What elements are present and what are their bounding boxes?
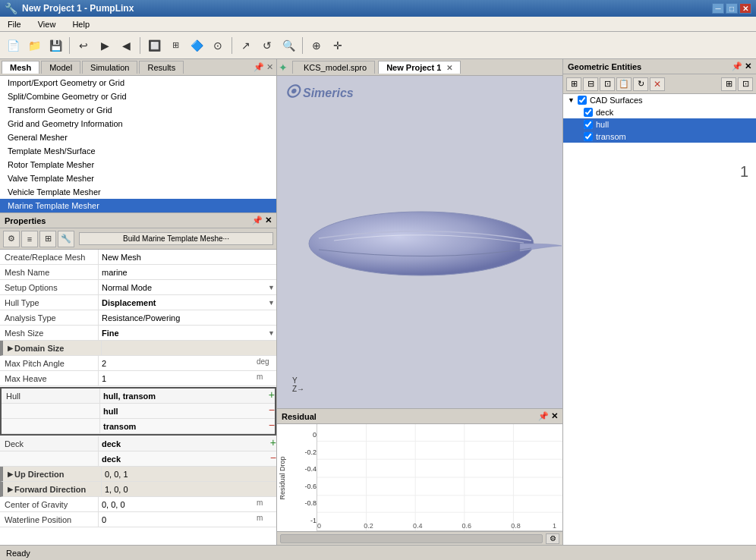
mesh-item-import[interactable]: Import/Export Geometry or Grid — [0, 76, 276, 90]
toolbar: 📄 📁 💾 ↩ ▶ ◀ 🔲 ⊞ 🔷 ⊙ ↗ ↺ 🔍 ⊕ ✛ — [0, 32, 756, 59]
panel-close-icon[interactable]: ✕ — [266, 62, 273, 71]
prop-deck-sub1-val[interactable]: deck — [99, 451, 269, 466]
mesh-item-vehicle[interactable]: Vehicle Template Mesher — [0, 185, 276, 199]
geo-tb-btn4[interactable]: 📋 — [616, 77, 632, 91]
expand-fwd-icon[interactable]: ▶ — [8, 486, 13, 493]
prop-name-setup: Setup Options — [0, 280, 99, 294]
geo-tb-btn1[interactable]: ⊞ — [566, 77, 581, 91]
prop-val-analysis[interactable]: Resistance/Powering — [99, 310, 276, 325]
tab-results[interactable]: Results — [139, 61, 184, 74]
tb-3d[interactable]: 🔷 — [187, 36, 206, 55]
mesh-item-general[interactable]: General Mesher — [0, 131, 276, 144]
prop-val-meshsize[interactable]: Fine ▼ — [99, 326, 276, 340]
prop-val-hulltype[interactable]: Displacement ▼ — [99, 295, 276, 310]
tb-crosshair[interactable]: ✛ — [328, 36, 348, 55]
tb-save[interactable]: 💾 — [46, 36, 65, 55]
prop-val-deck[interactable]: deck — [99, 436, 269, 451]
geo-extra-btn2[interactable]: ⊡ — [738, 77, 753, 91]
prop-val-cog[interactable]: 0, 0, 0 — [99, 497, 254, 511]
prop-val-heave[interactable]: 1 — [99, 371, 254, 385]
tab-simulation[interactable]: Simulation — [82, 61, 137, 74]
geo-tb-btn3[interactable]: ⊡ — [600, 77, 615, 91]
transom-checkbox[interactable] — [584, 132, 593, 141]
geo-delete-btn[interactable]: ✕ — [650, 77, 665, 91]
prop-val-hull[interactable]: hull, transom — [100, 389, 267, 403]
tb-open[interactable]: 📁 — [24, 36, 44, 55]
props-tool-btn[interactable]: 🔧 — [58, 231, 74, 247]
tb-circle[interactable]: ⊙ — [208, 36, 228, 55]
doc-tab-close-icon[interactable]: ✕ — [446, 64, 452, 72]
center-area: ✦ KCS_model.spro New Project 1 ✕ ⦿Simeri… — [277, 59, 562, 545]
props-list-btn[interactable]: ≡ — [21, 231, 38, 247]
props-close-icon[interactable]: ✕ — [265, 216, 272, 225]
tb-rotate[interactable]: ↺ — [257, 36, 277, 55]
geo-tree-cad-surfaces[interactable]: ▼ CAD Surfaces — [563, 94, 756, 106]
close-button[interactable]: ✕ — [739, 3, 751, 14]
cad-surfaces-checkbox[interactable] — [578, 96, 587, 105]
hull-del-btn2[interactable]: − — [269, 419, 275, 433]
tb-grid[interactable]: ⊞ — [165, 36, 185, 55]
doc-tab-kcs[interactable]: KCS_model.spro — [292, 61, 375, 74]
prop-val-pitch[interactable]: 2 — [99, 356, 254, 370]
props-pin-icon[interactable]: 📌 — [252, 216, 263, 225]
props-settings-btn[interactable]: ⚙ — [3, 231, 20, 247]
mesh-item-split[interactable]: Split/Combine Geometry or Grid — [0, 90, 276, 103]
tb-arrow[interactable]: ↗ — [236, 36, 256, 55]
mesh-item-rotor[interactable]: Rotor Template Mesher — [0, 158, 276, 171]
mesh-item-marine[interactable]: Marine Template Mesher — [0, 199, 276, 212]
viewport[interactable]: ⦿Simerics 1CAE.COM — [277, 76, 562, 408]
tb-back[interactable]: ◀ — [116, 36, 136, 55]
prop-val-create[interactable]: New Mesh — [99, 250, 276, 264]
geo-extra-btn1[interactable]: ⊞ — [721, 77, 736, 91]
tb-play[interactable]: ▶ — [95, 36, 115, 55]
tb-plus-circle[interactable]: ⊕ — [307, 36, 326, 55]
prop-hull-sub1-val[interactable]: hull — [100, 404, 267, 418]
geo-tree-hull[interactable]: ▶ hull — [563, 118, 756, 131]
residual-settings-icon[interactable]: ⚙ — [546, 533, 559, 544]
mesh-item-template[interactable]: Template Mesh/Surface — [0, 144, 276, 158]
menu-file[interactable]: File — [3, 18, 26, 30]
geo-close-icon[interactable]: ✕ — [745, 61, 751, 71]
residual-scrollbar[interactable] — [280, 534, 543, 543]
deck-block: Deck deck + deck − — [0, 436, 276, 467]
tab-model[interactable]: Model — [41, 61, 80, 74]
deck-del-btn1[interactable]: − — [270, 451, 276, 466]
hull-checkbox[interactable] — [584, 120, 593, 129]
tb-zoom[interactable]: 🔍 — [279, 36, 298, 55]
tab-mesh[interactable]: Mesh — [2, 61, 39, 74]
geo-tree-deck[interactable]: ▶ deck — [563, 106, 756, 118]
window-controls: ─ □ ✕ — [712, 3, 751, 14]
mesh-item-valve[interactable]: Valve Template Mesher — [0, 171, 276, 185]
tb-new[interactable]: 📄 — [3, 36, 23, 55]
tb-box[interactable]: 🔲 — [144, 36, 164, 55]
expand-icon[interactable]: ▶ — [8, 344, 13, 352]
geo-pin-icon[interactable]: 📌 — [732, 61, 742, 71]
menu-help[interactable]: Help — [68, 18, 94, 30]
deck-checkbox[interactable] — [584, 108, 593, 117]
deck-add-btn[interactable]: + — [270, 436, 276, 451]
mesh-item-transform[interactable]: Transform Geometry or Grid — [0, 103, 276, 117]
mesh-item-info[interactable]: Grid and Geometry Information — [0, 117, 276, 131]
pin-icon[interactable]: 📌 — [254, 62, 264, 71]
prop-val-forward[interactable]: 1, 0, 0 — [102, 482, 276, 496]
props-box-btn[interactable]: ⊞ — [39, 231, 56, 247]
prop-val-waterline[interactable]: 0 — [99, 512, 254, 527]
hull-add-btn[interactable]: + — [269, 389, 275, 403]
doc-tab-newproject[interactable]: New Project 1 ✕ — [378, 61, 461, 74]
geo-tree-transom[interactable]: ▶ transom — [563, 131, 756, 143]
geo-tb-btn5[interactable]: ↻ — [633, 77, 648, 91]
prop-val-setup[interactable]: Normal Mode ▼ — [99, 280, 276, 294]
tb-transform[interactable]: ↩ — [74, 36, 93, 55]
prop-val-meshname[interactable]: marine — [99, 265, 276, 279]
maximize-button[interactable]: □ — [726, 3, 738, 14]
prop-hull-sub2-val[interactable]: transom — [100, 419, 267, 433]
build-marine-button[interactable]: Build Marine Template Meshe··· — [79, 232, 273, 245]
menu-view[interactable]: View — [33, 18, 61, 30]
expand-up-icon[interactable]: ▶ — [8, 470, 13, 478]
residual-pin-icon[interactable]: 📌 — [538, 411, 549, 421]
residual-close-icon[interactable]: ✕ — [551, 411, 558, 421]
minimize-button[interactable]: ─ — [712, 3, 724, 14]
geo-tb-btn2[interactable]: ⊟ — [583, 77, 598, 91]
prop-val-up[interactable]: 0, 0, 1 — [102, 467, 276, 481]
hull-del-btn1[interactable]: − — [269, 404, 275, 418]
